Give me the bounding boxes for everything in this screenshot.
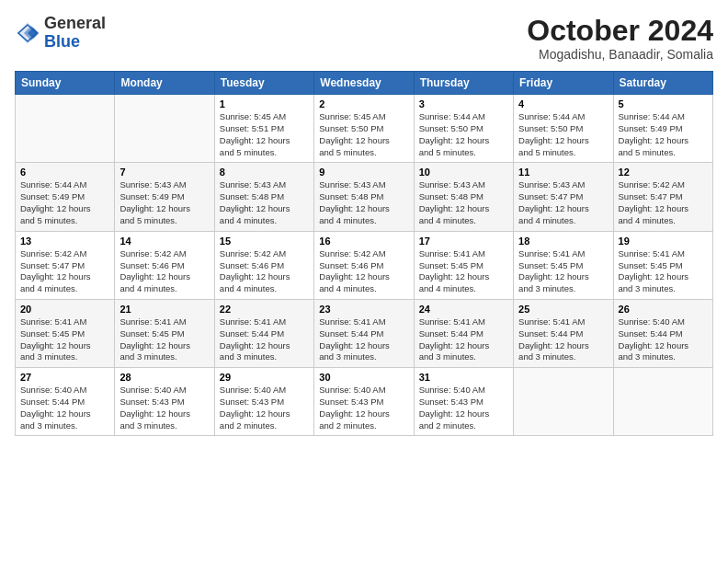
day-info: Sunrise: 5:41 AM Sunset: 5:45 PM Dayligh… xyxy=(20,316,109,363)
page: General Blue October 2024 Mogadishu, Ban… xyxy=(0,0,728,563)
day-info: Sunrise: 5:40 AM Sunset: 5:43 PM Dayligh… xyxy=(119,385,209,431)
day-info: Sunrise: 5:45 AM Sunset: 5:51 PM Dayligh… xyxy=(220,111,309,158)
table-row: 22Sunrise: 5:41 AM Sunset: 5:44 PM Dayli… xyxy=(214,299,313,367)
day-info: Sunrise: 5:42 AM Sunset: 5:46 PM Dayligh… xyxy=(220,248,309,295)
day-info: Sunrise: 5:44 AM Sunset: 5:49 PM Dayligh… xyxy=(619,111,708,158)
table-row: 12Sunrise: 5:42 AM Sunset: 5:47 PM Dayli… xyxy=(613,163,712,231)
table-row: 11Sunrise: 5:43 AM Sunset: 5:47 PM Dayli… xyxy=(514,163,613,231)
header-friday: Friday xyxy=(514,72,613,95)
table-row xyxy=(16,95,115,163)
day-info: Sunrise: 5:43 AM Sunset: 5:49 PM Dayligh… xyxy=(119,179,209,226)
calendar-week-4: 20Sunrise: 5:41 AM Sunset: 5:45 PM Dayli… xyxy=(16,299,713,367)
table-row xyxy=(514,368,613,436)
logo-text: General Blue xyxy=(44,15,106,52)
day-info: Sunrise: 5:41 AM Sunset: 5:44 PM Dayligh… xyxy=(518,316,608,363)
day-number: 20 xyxy=(20,304,109,315)
table-row: 29Sunrise: 5:40 AM Sunset: 5:43 PM Dayli… xyxy=(214,368,313,436)
table-row: 27Sunrise: 5:40 AM Sunset: 5:44 PM Dayli… xyxy=(16,368,115,436)
calendar-week-2: 6Sunrise: 5:44 AM Sunset: 5:49 PM Daylig… xyxy=(16,163,713,231)
calendar-week-5: 27Sunrise: 5:40 AM Sunset: 5:44 PM Dayli… xyxy=(16,368,713,436)
logo: General Blue xyxy=(15,15,106,52)
table-row: 19Sunrise: 5:41 AM Sunset: 5:45 PM Dayli… xyxy=(613,231,712,299)
day-info: Sunrise: 5:41 AM Sunset: 5:45 PM Dayligh… xyxy=(518,248,608,295)
day-number: 19 xyxy=(619,236,708,247)
day-info: Sunrise: 5:41 AM Sunset: 5:45 PM Dayligh… xyxy=(119,316,209,363)
day-number: 9 xyxy=(319,167,408,178)
day-info: Sunrise: 5:43 AM Sunset: 5:48 PM Dayligh… xyxy=(319,179,408,226)
table-row: 16Sunrise: 5:42 AM Sunset: 5:46 PM Dayli… xyxy=(314,231,414,299)
day-number: 16 xyxy=(319,236,408,247)
day-number: 22 xyxy=(220,304,309,315)
day-info: Sunrise: 5:41 AM Sunset: 5:45 PM Dayligh… xyxy=(419,248,508,295)
day-number: 14 xyxy=(119,236,209,247)
day-number: 6 xyxy=(20,167,109,178)
header: General Blue October 2024 Mogadishu, Ban… xyxy=(15,15,713,62)
day-info: Sunrise: 5:40 AM Sunset: 5:43 PM Dayligh… xyxy=(419,385,508,431)
table-row xyxy=(115,95,214,163)
table-row: 20Sunrise: 5:41 AM Sunset: 5:45 PM Dayli… xyxy=(16,299,115,367)
header-tuesday: Tuesday xyxy=(214,72,313,95)
table-row: 2Sunrise: 5:45 AM Sunset: 5:50 PM Daylig… xyxy=(314,95,414,163)
day-number: 4 xyxy=(518,98,608,109)
logo-general: General xyxy=(44,14,106,32)
day-number: 28 xyxy=(119,372,209,383)
header-thursday: Thursday xyxy=(414,72,513,95)
day-number: 21 xyxy=(119,304,209,315)
calendar-table: Sunday Monday Tuesday Wednesday Thursday… xyxy=(15,71,713,436)
day-number: 2 xyxy=(319,98,408,109)
calendar-week-1: 1Sunrise: 5:45 AM Sunset: 5:51 PM Daylig… xyxy=(16,95,713,163)
day-number: 5 xyxy=(619,98,708,109)
table-row: 26Sunrise: 5:40 AM Sunset: 5:44 PM Dayli… xyxy=(613,299,712,367)
day-number: 18 xyxy=(518,236,608,247)
table-row xyxy=(613,368,712,436)
day-info: Sunrise: 5:40 AM Sunset: 5:44 PM Dayligh… xyxy=(20,385,109,431)
table-row: 14Sunrise: 5:42 AM Sunset: 5:46 PM Dayli… xyxy=(115,231,214,299)
day-number: 8 xyxy=(220,167,309,178)
header-wednesday: Wednesday xyxy=(314,72,414,95)
location-subtitle: Mogadishu, Banaadir, Somalia xyxy=(527,47,713,62)
day-info: Sunrise: 5:44 AM Sunset: 5:50 PM Dayligh… xyxy=(518,111,608,158)
day-info: Sunrise: 5:42 AM Sunset: 5:47 PM Dayligh… xyxy=(20,248,109,295)
table-row: 6Sunrise: 5:44 AM Sunset: 5:49 PM Daylig… xyxy=(16,163,115,231)
day-number: 12 xyxy=(619,167,708,178)
day-info: Sunrise: 5:41 AM Sunset: 5:44 PM Dayligh… xyxy=(419,316,508,363)
day-number: 3 xyxy=(419,98,508,109)
day-number: 11 xyxy=(518,167,608,178)
table-row: 24Sunrise: 5:41 AM Sunset: 5:44 PM Dayli… xyxy=(414,299,513,367)
logo-blue: Blue xyxy=(44,32,80,51)
day-info: Sunrise: 5:40 AM Sunset: 5:43 PM Dayligh… xyxy=(220,385,309,431)
table-row: 18Sunrise: 5:41 AM Sunset: 5:45 PM Dayli… xyxy=(514,231,613,299)
title-block: October 2024 Mogadishu, Banaadir, Somali… xyxy=(527,15,713,62)
table-row: 21Sunrise: 5:41 AM Sunset: 5:45 PM Dayli… xyxy=(115,299,214,367)
day-number: 24 xyxy=(419,304,508,315)
day-info: Sunrise: 5:43 AM Sunset: 5:47 PM Dayligh… xyxy=(518,179,608,226)
day-number: 26 xyxy=(619,304,708,315)
table-row: 10Sunrise: 5:43 AM Sunset: 5:48 PM Dayli… xyxy=(414,163,513,231)
table-row: 8Sunrise: 5:43 AM Sunset: 5:48 PM Daylig… xyxy=(214,163,313,231)
month-title: October 2024 xyxy=(527,15,713,47)
day-info: Sunrise: 5:43 AM Sunset: 5:48 PM Dayligh… xyxy=(220,179,309,226)
table-row: 17Sunrise: 5:41 AM Sunset: 5:45 PM Dayli… xyxy=(414,231,513,299)
calendar-week-3: 13Sunrise: 5:42 AM Sunset: 5:47 PM Dayli… xyxy=(16,231,713,299)
table-row: 15Sunrise: 5:42 AM Sunset: 5:46 PM Dayli… xyxy=(214,231,313,299)
table-row: 30Sunrise: 5:40 AM Sunset: 5:43 PM Dayli… xyxy=(314,368,414,436)
day-info: Sunrise: 5:44 AM Sunset: 5:50 PM Dayligh… xyxy=(419,111,508,158)
table-row: 13Sunrise: 5:42 AM Sunset: 5:47 PM Dayli… xyxy=(16,231,115,299)
table-row: 3Sunrise: 5:44 AM Sunset: 5:50 PM Daylig… xyxy=(414,95,513,163)
day-number: 7 xyxy=(119,167,209,178)
logo-icon xyxy=(15,20,40,46)
table-row: 1Sunrise: 5:45 AM Sunset: 5:51 PM Daylig… xyxy=(214,95,313,163)
table-row: 28Sunrise: 5:40 AM Sunset: 5:43 PM Dayli… xyxy=(115,368,214,436)
day-info: Sunrise: 5:42 AM Sunset: 5:46 PM Dayligh… xyxy=(119,248,209,295)
header-monday: Monday xyxy=(115,72,214,95)
day-info: Sunrise: 5:40 AM Sunset: 5:43 PM Dayligh… xyxy=(319,385,408,431)
day-info: Sunrise: 5:43 AM Sunset: 5:48 PM Dayligh… xyxy=(419,179,508,226)
header-saturday: Saturday xyxy=(613,72,712,95)
day-info: Sunrise: 5:40 AM Sunset: 5:44 PM Dayligh… xyxy=(619,316,708,363)
day-info: Sunrise: 5:41 AM Sunset: 5:44 PM Dayligh… xyxy=(319,316,408,363)
day-number: 13 xyxy=(20,236,109,247)
table-row: 9Sunrise: 5:43 AM Sunset: 5:48 PM Daylig… xyxy=(314,163,414,231)
table-row: 4Sunrise: 5:44 AM Sunset: 5:50 PM Daylig… xyxy=(514,95,613,163)
day-number: 30 xyxy=(319,372,408,383)
day-info: Sunrise: 5:45 AM Sunset: 5:50 PM Dayligh… xyxy=(319,111,408,158)
